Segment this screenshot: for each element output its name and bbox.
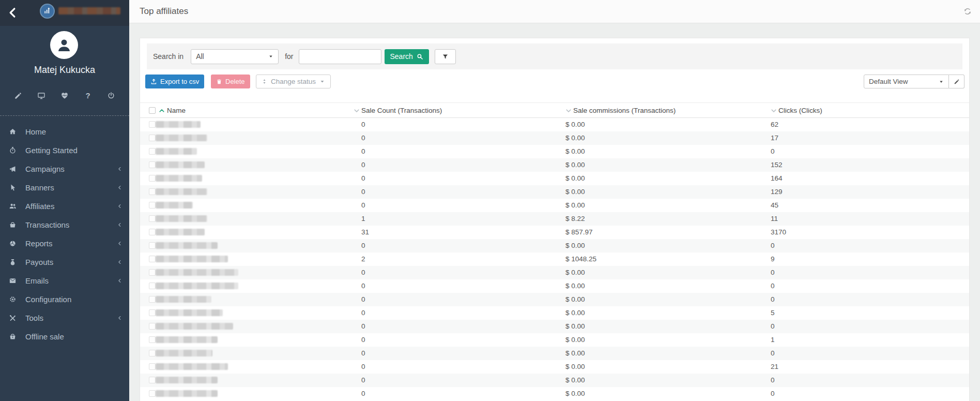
change-status-button[interactable]: Change status xyxy=(256,75,331,88)
chevron-left-icon xyxy=(117,241,122,246)
sale-count-cell: 0 xyxy=(361,363,365,370)
table-row[interactable]: 0$ 0.00152 xyxy=(140,158,969,172)
row-checkbox[interactable] xyxy=(149,175,156,182)
sale-count-cell: 0 xyxy=(361,269,365,276)
row-checkbox[interactable] xyxy=(149,135,156,141)
edit-view-button[interactable] xyxy=(949,75,964,88)
chevron-left-icon xyxy=(117,222,122,228)
row-checkbox[interactable] xyxy=(149,188,156,195)
sidebar: Matej Kukucka ? HomeGetting StartedCampa… xyxy=(0,0,129,401)
commission-cell: $ 0.00 xyxy=(565,188,585,196)
row-checkbox[interactable] xyxy=(149,377,156,383)
table-row[interactable]: 0$ 0.000 xyxy=(140,279,969,293)
filter-button[interactable] xyxy=(435,49,456,64)
sidebar-item-offline-sale[interactable]: Offline sale xyxy=(0,328,129,346)
table-row[interactable]: 0$ 0.000 xyxy=(140,239,969,253)
table-row[interactable]: 0$ 0.000 xyxy=(140,293,969,306)
row-checkbox[interactable] xyxy=(149,350,156,357)
monitor-icon[interactable] xyxy=(37,92,45,100)
row-checkbox[interactable] xyxy=(149,269,156,276)
refresh-icon[interactable] xyxy=(963,7,972,16)
heartbeat-icon[interactable] xyxy=(60,92,69,100)
view-select[interactable]: Default View xyxy=(864,75,949,88)
clicks-cell: 17 xyxy=(771,134,778,142)
magnifier-icon xyxy=(417,53,423,60)
sale-count-cell: 0 xyxy=(361,282,365,290)
question-icon[interactable]: ? xyxy=(84,92,92,100)
sidebar-item-configuration[interactable]: Configuration xyxy=(0,290,129,309)
sale-count-cell: 0 xyxy=(361,309,365,317)
clicks-cell: 62 xyxy=(771,121,778,128)
row-checkbox[interactable] xyxy=(149,242,156,249)
row-checkbox[interactable] xyxy=(149,283,156,289)
select-all-checkbox[interactable] xyxy=(149,107,156,114)
table-row[interactable]: 1$ 8.2211 xyxy=(140,212,969,226)
row-checkbox[interactable] xyxy=(149,215,156,222)
table-row[interactable]: 0$ 0.000 xyxy=(140,347,969,360)
pencil-icon[interactable] xyxy=(14,92,22,100)
sort-asc-icon[interactable] xyxy=(159,108,165,114)
row-checkbox[interactable] xyxy=(149,336,156,343)
sort-icon[interactable] xyxy=(771,108,777,114)
search-button[interactable]: Search xyxy=(385,49,429,64)
sidebar-item-reports[interactable]: Reports xyxy=(0,234,129,253)
redacted-name xyxy=(156,121,201,128)
row-checkbox[interactable] xyxy=(149,121,156,128)
sidebar-item-tools[interactable]: Tools xyxy=(0,309,129,328)
quick-actions: ? xyxy=(0,92,129,100)
row-checkbox[interactable] xyxy=(149,161,156,168)
row-checkbox[interactable] xyxy=(149,296,156,303)
sort-icon[interactable] xyxy=(565,108,572,114)
power-icon[interactable] xyxy=(107,92,115,100)
row-checkbox[interactable] xyxy=(149,363,156,370)
table-row[interactable]: 0$ 0.0021 xyxy=(140,360,969,374)
sidebar-item-campaigns[interactable]: Campaigns xyxy=(0,160,129,179)
sale-count-cell: 0 xyxy=(361,336,365,344)
export-csv-button[interactable]: Export to csv xyxy=(145,75,204,88)
sort-icon[interactable] xyxy=(354,108,360,114)
search-input[interactable] xyxy=(299,49,381,64)
table-row[interactable]: 0$ 0.0045 xyxy=(140,199,969,212)
sidebar-item-affiliates[interactable]: Affiliates xyxy=(0,197,129,216)
table-row[interactable]: 0$ 0.005 xyxy=(140,306,969,320)
table-row[interactable]: 0$ 0.00164 xyxy=(140,172,969,185)
sidebar-item-emails[interactable]: Emails xyxy=(0,272,129,290)
row-checkbox[interactable] xyxy=(149,256,156,262)
table-row[interactable]: 31$ 857.973170 xyxy=(140,226,969,239)
table-row[interactable]: 0$ 0.000 xyxy=(140,266,969,279)
table-row[interactable]: 0$ 0.001 xyxy=(140,333,969,347)
search-in-select[interactable]: All xyxy=(191,49,279,64)
table-row[interactable]: 0$ 0.00129 xyxy=(140,185,969,199)
pie-icon xyxy=(9,240,17,247)
commission-cell: $ 0.00 xyxy=(565,376,585,384)
table-row[interactable]: 0$ 0.000 xyxy=(140,374,969,387)
sidebar-item-home[interactable]: Home xyxy=(0,123,129,141)
delete-button[interactable]: Delete xyxy=(211,75,250,88)
table-row[interactable]: 0$ 0.000 xyxy=(140,145,969,158)
column-header-sale-count[interactable]: Sale Count (Transactions) xyxy=(361,107,442,114)
table-row[interactable]: 0$ 0.000 xyxy=(140,320,969,333)
row-checkbox[interactable] xyxy=(149,309,156,316)
column-header-name[interactable]: Name xyxy=(167,107,186,114)
table-row[interactable]: 0$ 0.000 xyxy=(140,387,969,400)
sidebar-item-transactions[interactable]: Transactions xyxy=(0,216,129,234)
row-checkbox[interactable] xyxy=(149,390,156,397)
row-checkbox[interactable] xyxy=(149,229,156,235)
caret-down-icon xyxy=(319,79,325,84)
search-in-value: All xyxy=(196,52,204,61)
table-row[interactable]: 2$ 1048.259 xyxy=(140,253,969,266)
column-header-clicks[interactable]: Clicks (Clicks) xyxy=(778,107,822,114)
row-checkbox[interactable] xyxy=(149,323,156,330)
commission-cell: $ 0.00 xyxy=(565,309,585,317)
sidebar-item-banners[interactable]: Banners xyxy=(0,179,129,197)
back-icon[interactable] xyxy=(7,6,19,19)
row-checkbox[interactable] xyxy=(149,202,156,209)
table-row[interactable]: 0$ 0.0017 xyxy=(140,131,969,145)
column-header-sale-commissions[interactable]: Sale commissions (Transactions) xyxy=(573,107,676,114)
commission-cell: $ 8.22 xyxy=(565,215,585,222)
sidebar-item-payouts[interactable]: Payouts xyxy=(0,253,129,272)
table-row[interactable]: 0$ 0.0062 xyxy=(140,118,969,131)
row-checkbox[interactable] xyxy=(149,148,156,155)
home-icon xyxy=(9,128,17,136)
sidebar-item-getting-started[interactable]: Getting Started xyxy=(0,141,129,160)
